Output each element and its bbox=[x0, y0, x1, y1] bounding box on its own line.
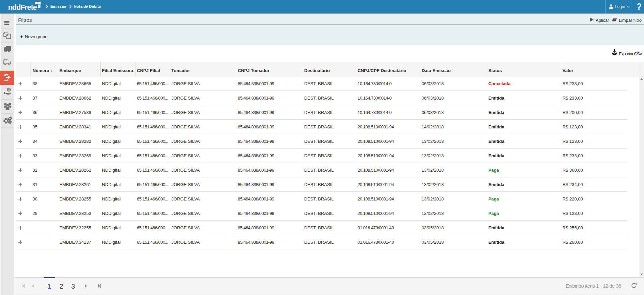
svg-text:$: $ bbox=[8, 88, 10, 91]
